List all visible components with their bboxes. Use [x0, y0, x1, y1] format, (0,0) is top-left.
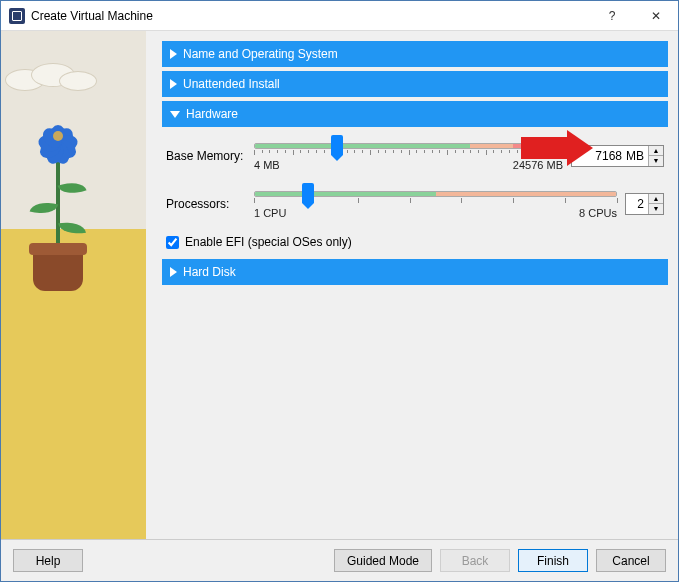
enable-efi-row: Enable EFI (special OSes only)	[166, 235, 664, 249]
base-memory-unit: MB	[626, 149, 648, 163]
section-name-os[interactable]: Name and Operating System	[162, 41, 668, 67]
footer: Help Guided Mode Back Finish Cancel	[1, 539, 678, 581]
main-area: Name and Operating System Unattended Ins…	[1, 31, 678, 539]
enable-efi-label[interactable]: Enable EFI (special OSes only)	[185, 235, 352, 249]
window-title: Create Virtual Machine	[31, 9, 590, 23]
processors-max: 8 CPUs	[579, 207, 617, 219]
titlebar: Create Virtual Machine ? ✕	[1, 1, 678, 31]
base-memory-max: 24576 MB	[513, 159, 563, 171]
processors-min: 1 CPU	[254, 207, 286, 219]
processors-input[interactable]	[626, 197, 648, 211]
base-memory-label: Base Memory:	[166, 149, 246, 163]
chevron-right-icon	[170, 49, 177, 59]
help-button[interactable]: Help	[13, 549, 83, 572]
chevron-down-icon	[170, 111, 180, 118]
section-label: Unattended Install	[183, 77, 280, 91]
base-memory-slider[interactable]: 4 MB 24576 MB	[254, 139, 563, 173]
guided-mode-button[interactable]: Guided Mode	[334, 549, 432, 572]
section-label: Name and Operating System	[183, 47, 338, 61]
section-label: Hardware	[186, 107, 238, 121]
spin-down-icon[interactable]: ▼	[649, 204, 663, 214]
base-memory-input[interactable]	[572, 149, 626, 163]
close-titlebar-button[interactable]: ✕	[634, 1, 678, 31]
section-hardware[interactable]: Hardware	[162, 101, 668, 127]
section-harddisk[interactable]: Hard Disk	[162, 259, 668, 285]
processors-slider[interactable]: 1 CPU 8 CPUs	[254, 187, 617, 221]
section-unattended[interactable]: Unattended Install	[162, 71, 668, 97]
sidebar-illustration	[1, 31, 146, 539]
spin-up-icon[interactable]: ▲	[649, 194, 663, 204]
processors-row: Processors: 1 CPU 8 CPUs ▲ ▼	[166, 187, 664, 221]
base-memory-spinner[interactable]: MB ▲ ▼	[571, 145, 664, 167]
spin-up-icon[interactable]: ▲	[649, 146, 663, 156]
cancel-button[interactable]: Cancel	[596, 549, 666, 572]
processors-label: Processors:	[166, 197, 246, 211]
base-memory-thumb[interactable]	[331, 135, 343, 155]
enable-efi-checkbox[interactable]	[166, 236, 179, 249]
base-memory-row: Base Memory: 4 MB 24576 MB MB	[166, 139, 664, 173]
spin-down-icon[interactable]: ▼	[649, 156, 663, 166]
app-icon	[9, 8, 25, 24]
processors-thumb[interactable]	[302, 183, 314, 203]
processors-spinner[interactable]: ▲ ▼	[625, 193, 664, 215]
finish-button[interactable]: Finish	[518, 549, 588, 572]
base-memory-min: 4 MB	[254, 159, 280, 171]
help-titlebar-button[interactable]: ?	[590, 1, 634, 31]
chevron-right-icon	[170, 79, 177, 89]
chevron-right-icon	[170, 267, 177, 277]
section-label: Hard Disk	[183, 265, 236, 279]
content-panel: Name and Operating System Unattended Ins…	[146, 31, 678, 539]
hardware-body: Base Memory: 4 MB 24576 MB MB	[162, 131, 668, 255]
back-button: Back	[440, 549, 510, 572]
